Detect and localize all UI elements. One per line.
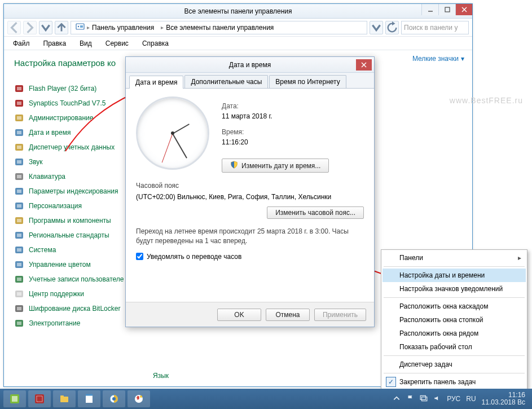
timezone-header: Часовой пояс (136, 182, 364, 190)
change-datetime-button[interactable]: Изменить дату и время... (222, 159, 329, 173)
context-menu-label: Настройка значков уведомлений (399, 285, 503, 293)
date-value: 11 марта 2018 г. (222, 112, 329, 120)
change-timezone-label: Изменить часовой пояс... (275, 209, 355, 217)
uac-shield-icon (230, 161, 238, 170)
cancel-button[interactable]: Отмена (266, 309, 310, 321)
svg-rect-14 (17, 131, 21, 134)
dt-tabs: Дата и время Дополнительные часы Время п… (126, 73, 374, 89)
context-menu-item[interactable]: Панели (382, 251, 526, 265)
apply-label: Применить (323, 311, 358, 319)
dt-content: Дата: 11 марта 2018 г. Время: 11:16:20 И… (126, 89, 374, 302)
timezone-value: (UTC+02:00) Вильнюс, Киев, Рига, София, … (136, 193, 364, 201)
cp-item-icon (14, 157, 24, 167)
nav-forward-button[interactable] (23, 21, 37, 34)
dt-close-button[interactable] (356, 59, 372, 71)
tray-lang2[interactable]: RU (466, 395, 476, 403)
taskbar-app-1[interactable] (3, 390, 26, 407)
taskbar[interactable]: РУС RU 11:16 11.03.2018 Вс (0, 389, 532, 409)
taskbar-app-6[interactable] (127, 390, 150, 407)
context-menu-item[interactable]: Настройка даты и времени (382, 269, 526, 282)
cp-item-icon (14, 274, 24, 284)
cp-item-label: Звук (29, 158, 43, 166)
time-value: 11:16:20 (222, 138, 329, 146)
svg-rect-16 (17, 146, 21, 149)
context-menu-item[interactable]: Показать рабочий стол (382, 340, 526, 354)
context-menu-label: Панели (399, 254, 423, 262)
cp-titlebar: Все элементы панели управления (4, 4, 472, 19)
notify-dst-input[interactable] (136, 253, 143, 260)
tray-lang1[interactable]: РУС (447, 395, 460, 403)
context-menu-item[interactable]: Диспетчер задач (382, 358, 526, 371)
taskbar-app-2[interactable] (28, 390, 51, 407)
analog-clock (136, 96, 209, 170)
breadcrumb-root-label: Панель управления (92, 24, 154, 32)
svg-rect-28 (17, 234, 21, 237)
taskbar-app-5[interactable] (103, 390, 125, 407)
menu-view[interactable]: Вид (74, 38, 98, 49)
nav-back-button[interactable] (7, 21, 21, 34)
close-button[interactable] (455, 4, 472, 15)
tray-clock[interactable]: 11:16 11.03.2018 Вс (482, 392, 525, 406)
tray-volume-icon[interactable] (433, 394, 441, 404)
cp-item-icon (14, 201, 24, 211)
svg-rect-49 (60, 397, 68, 402)
cp-menubar: Файл Правка Вид Сервис Справка (4, 37, 472, 50)
cp-item-label: Диспетчер учетных данных (29, 143, 115, 151)
tab-additional-clocks[interactable]: Дополнительные часы (184, 75, 268, 88)
notify-dst-checkbox[interactable]: Уведомлять о переводе часов (136, 253, 364, 261)
dt-title: Дата и время (229, 61, 271, 69)
apply-button[interactable]: Применить (314, 309, 366, 321)
menu-tools[interactable]: Сервис (100, 38, 134, 49)
nav-history-button[interactable] (39, 21, 52, 34)
search-input[interactable]: Поиск в панели у (401, 21, 469, 34)
change-timezone-button[interactable]: Изменить часовой пояс... (267, 206, 364, 219)
taskbar-app-3[interactable] (53, 390, 76, 407)
tray-up-icon[interactable] (393, 394, 401, 404)
dst-note: Переход на летнее время происходит 25 ма… (136, 227, 364, 246)
maximize-button[interactable] (438, 4, 455, 15)
refresh-button[interactable] (385, 21, 399, 34)
notify-dst-label: Уведомлять о переводе часов (147, 253, 241, 261)
svg-rect-38 (17, 307, 21, 310)
svg-rect-58 (422, 397, 427, 401)
context-menu-label: Расположить окна каскадом (399, 302, 489, 310)
context-menu-item[interactable]: Настройка значков уведомлений (382, 282, 526, 296)
tab-datetime[interactable]: Дата и время (129, 76, 183, 89)
cp-item-label: Программы и компоненты (29, 217, 111, 225)
svg-rect-34 (17, 278, 21, 281)
cp-item[interactable]: 字 Язык (148, 372, 169, 380)
cp-item-icon (14, 304, 24, 314)
breadcrumb-sub[interactable]: ▸ Все элементы панели управления (159, 24, 276, 32)
dropdown-button[interactable] (370, 21, 383, 34)
context-menu-item[interactable]: Расположить окна каскадом (382, 300, 526, 313)
cp-item-label: Персонализация (29, 202, 82, 210)
breadcrumb-root[interactable]: ▸ Панель управления (73, 22, 156, 33)
cp-item-label: Региональные стандарты (29, 231, 109, 239)
context-menu-item[interactable]: ✓Закрепить панель задач (382, 375, 526, 389)
cp-item-icon (14, 318, 24, 328)
taskbar-app-4[interactable] (78, 390, 100, 407)
dt-titlebar: Дата и время (126, 57, 374, 73)
ok-button[interactable]: OK (217, 309, 261, 321)
cp-item-icon (14, 230, 24, 240)
cp-item-label: Параметры индексирования (29, 187, 118, 195)
tray-network-icon[interactable] (420, 394, 428, 404)
context-menu-item[interactable]: Расположить окна стопкой (382, 313, 526, 327)
watermark: www.BestFREE.ru (450, 96, 523, 105)
menu-help[interactable]: Справка (137, 38, 174, 49)
nav-up-button[interactable] (55, 21, 68, 34)
cp-item-icon (14, 113, 24, 123)
menu-file[interactable]: Файл (7, 38, 36, 49)
chevron-down-icon: ▾ (461, 55, 464, 63)
context-menu-item[interactable]: Расположить окна рядом (382, 327, 526, 340)
view-selector[interactable]: Мелкие значки ▾ (412, 55, 464, 63)
tray-flag-icon[interactable] (406, 394, 414, 404)
svg-rect-51 (86, 395, 93, 403)
tab-internet-time[interactable]: Время по Интернету (269, 75, 346, 88)
breadcrumb[interactable]: ▸ Панель управления ▸ Все элементы панел… (71, 21, 367, 34)
minimize-button[interactable] (421, 4, 438, 15)
svg-rect-57 (420, 395, 425, 399)
context-menu-label: Расположить окна рядом (399, 329, 478, 337)
menu-edit[interactable]: Правка (38, 38, 72, 49)
ok-label: OK (234, 311, 244, 319)
